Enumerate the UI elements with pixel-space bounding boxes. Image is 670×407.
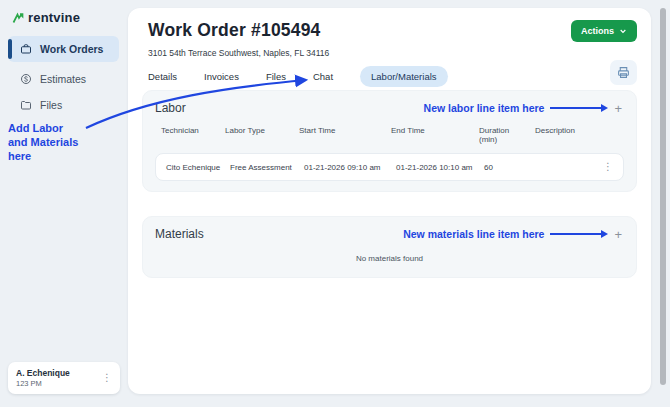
sidebar-item-estimates[interactable]: Estimates [8,66,119,92]
column-description: Description [535,126,614,144]
tab-chat[interactable]: Chat [313,71,333,82]
labor-section: Labor New labor line item here + Technic… [142,90,637,192]
work-order-panel: Work Order #105494 3101 54th Terrace Sou… [128,8,651,394]
actions-label: Actions [581,26,614,36]
user-meta: A. Echenique 123 PM [16,368,102,388]
materials-section-title: Materials [155,227,204,241]
tab-files[interactable]: Files [266,71,286,82]
tab-invoices[interactable]: Invoices [204,71,239,82]
sidebar-item-files[interactable]: Files [8,92,119,118]
cell-start-time: 01-21-2026 09:10 am [304,163,396,172]
labor-annotation: New labor line item here [424,102,545,114]
scrollbar-thumb[interactable] [660,8,666,385]
user-menu-dots-icon[interactable]: ⋮ [102,373,112,383]
tab-details[interactable]: Details [148,71,177,82]
labor-section-title: Labor [155,101,186,115]
materials-section: Materials New materials line item here +… [142,216,637,278]
dollar-circle-icon [20,73,32,85]
column-end-time: End Time [391,126,479,144]
sidebar-item-label: Work Orders [40,43,103,55]
sidebar-item-label: Files [40,99,62,111]
user-name: A. Echenique [16,368,102,378]
cell-labor-type: Free Assessment [230,163,304,172]
user-card[interactable]: A. Echenique 123 PM ⋮ [8,362,120,394]
materials-annotation-arrow [550,233,602,235]
rentvine-logo-icon [12,12,24,24]
sidebar-item-label: Estimates [40,73,86,85]
column-start-time: Start Time [299,126,391,144]
labor-table-row[interactable]: Cito Echenique Free Assessment 01-21-202… [155,153,624,181]
column-duration: Duration (min) [479,126,535,144]
column-labor-type: Labor Type [225,126,299,144]
printer-icon [617,66,630,79]
sidebar-item-work-orders[interactable]: Work Orders [8,36,119,62]
cell-technician: Cito Echenique [166,163,230,172]
add-labor-button[interactable]: + [612,102,624,115]
row-menu-dots-icon[interactable]: ⋮ [603,162,613,172]
actions-button[interactable]: Actions [571,20,637,42]
labor-annotation-arrow [550,107,602,109]
materials-empty-text: No materials found [155,254,624,263]
cell-duration: 60 [484,163,540,172]
property-address: 3101 54th Terrace Southwest, Naples, FL … [148,48,329,58]
column-technician: Technician [161,126,225,144]
tab-labor-materials[interactable]: Labor/Materials [360,66,447,87]
active-accent-bar [8,39,12,59]
labor-table-header: Technician Labor Type Start Time End Tim… [155,126,624,144]
tab-bar: Details Invoices Files Chat Labor/Materi… [148,66,448,87]
page-title: Work Order #105494 [148,20,321,41]
cell-end-time: 01-21-2026 10:10 am [396,163,484,172]
print-button[interactable] [610,60,637,85]
sidebar: rentvine Work Orders Estimates Files Add… [0,0,126,407]
briefcase-icon [20,43,32,55]
materials-annotation: New materials line item here [403,228,544,240]
folder-icon [20,99,32,111]
add-labor-materials-annotation: Add Labor and Materials here [8,121,108,163]
rentvine-logo[interactable]: rentvine [12,10,80,25]
chevron-down-icon [619,27,627,35]
logo-text: rentvine [28,10,80,25]
add-materials-button[interactable]: + [612,228,624,241]
user-time: 123 PM [16,379,102,388]
